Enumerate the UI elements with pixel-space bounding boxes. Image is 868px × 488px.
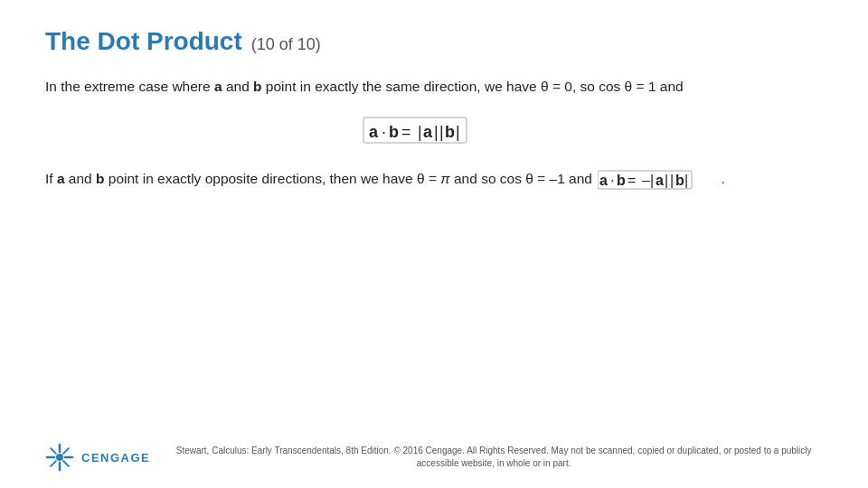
main-content: In the extreme case where a and b point … [45,76,823,191]
page-title: The Dot Product [45,27,242,56]
svg-text:–: – [642,173,650,188]
svg-line-30 [63,448,69,454]
page-subtitle: (10 of 10) [251,35,321,54]
title-row: The Dot Product (10 of 10) [45,27,823,56]
svg-text:b: b [675,173,684,188]
svg-text:|: | [670,173,674,188]
footer-logo: CENGAGE [45,443,150,472]
cengage-brand-text: CENGAGE [81,451,150,465]
svg-text:a: a [656,173,664,188]
svg-line-28 [51,448,56,454]
paragraph-2-text-after: . [722,171,725,186]
svg-text:a: a [599,173,608,188]
svg-line-31 [51,461,56,466]
svg-text:|: | [684,173,688,188]
page: The Dot Product (10 of 10) In the extrem… [0,0,868,488]
svg-text:·: · [382,123,386,141]
svg-text:=: = [401,123,411,141]
paragraph-1: In the extreme case where a and b point … [45,76,823,98]
svg-text:|: | [434,123,439,141]
svg-text:|: | [418,123,422,141]
svg-text:|: | [665,173,668,188]
svg-text:·: · [610,173,614,188]
formula-1-block: a · b = | a | | b | [45,114,823,148]
svg-line-29 [63,461,69,466]
paragraph-2: If a and b point in exactly opposite dir… [45,168,823,191]
svg-point-23 [56,454,63,461]
svg-text:b: b [389,123,399,141]
formula-2-svg: a · b = – | a | | b | [598,169,715,191]
svg-text:a: a [423,123,433,141]
paragraph-1-text: In the extreme case where a and b point … [45,79,684,94]
cengage-logo-icon [45,443,74,472]
svg-text:|: | [456,123,460,141]
svg-text:b: b [445,123,455,141]
svg-text:b: b [617,173,626,188]
formula-1-svg: a · b = | a | | b | [362,114,506,148]
svg-text:=: = [627,173,636,188]
svg-text:a: a [369,123,379,141]
svg-text:|: | [650,173,654,188]
footer-copyright: Stewart, Calculus: Early Transcendentals… [165,445,823,470]
paragraph-2-text-before: If a and b point in exactly opposite dir… [45,171,596,186]
footer: CENGAGE Stewart, Calculus: Early Transce… [0,443,868,472]
svg-text:|: | [439,123,444,141]
